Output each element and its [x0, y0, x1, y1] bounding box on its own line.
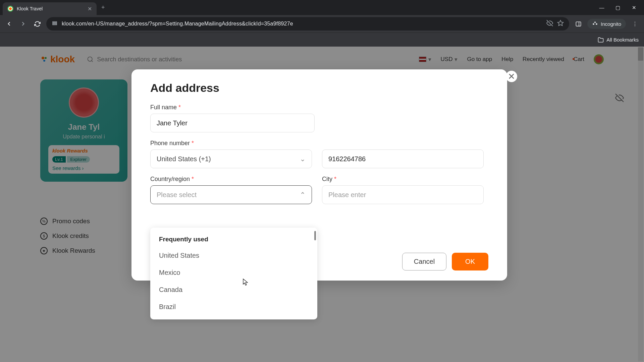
favicon-icon [7, 6, 13, 12]
svg-rect-1 [53, 23, 57, 23]
minimize-button[interactable]: — [598, 5, 605, 11]
city-label: City * [322, 176, 484, 183]
phone-number-input[interactable] [322, 149, 484, 168]
new-tab-button[interactable]: + [101, 4, 105, 11]
dropdown-option-mexico[interactable]: Mexico [150, 264, 317, 281]
svg-rect-0 [53, 22, 57, 22]
window-controls: — ▢ ✕ [598, 5, 641, 11]
url-text: klook.com/en-US/manage_address/?spm=Sett… [62, 21, 542, 27]
incognito-indicator[interactable]: Incognito [587, 19, 626, 29]
site-settings-icon[interactable] [52, 20, 58, 27]
country-dropdown: Frequently used United States Mexico Can… [150, 228, 317, 319]
full-name-label: Full name * [150, 104, 315, 111]
maximize-button[interactable]: ▢ [614, 5, 621, 11]
svg-marker-3 [558, 20, 564, 26]
cancel-button[interactable]: Cancel [402, 253, 446, 270]
forward-button[interactable] [18, 19, 28, 29]
close-window-button[interactable]: ✕ [631, 5, 637, 11]
dropdown-scrollbar[interactable] [314, 231, 316, 240]
ok-button[interactable]: OK [452, 253, 488, 270]
bookmark-star-icon[interactable] [557, 20, 564, 28]
reload-button[interactable] [32, 19, 42, 29]
dropdown-option-brazil[interactable]: Brazil [150, 298, 317, 315]
page-viewport: klook Search destinations or activities … [0, 47, 644, 362]
back-button[interactable] [4, 19, 14, 29]
country-label: Country/region * [150, 176, 312, 183]
all-bookmarks-button[interactable]: All Bookmarks [598, 37, 639, 43]
city-input[interactable] [322, 185, 484, 204]
phone-label: Phone number * [150, 140, 312, 147]
incognito-icon [592, 21, 598, 27]
modal-close-button[interactable]: ✕ [506, 71, 517, 82]
folder-icon [598, 37, 604, 43]
modal-title: Add address [150, 81, 488, 95]
dropdown-option-us[interactable]: United States [150, 247, 317, 264]
full-name-input[interactable] [150, 114, 315, 132]
country-select[interactable]: Please select ⌃ [150, 185, 312, 204]
phone-country-select[interactable]: United States (+1) ⌄ [150, 149, 312, 168]
tab-title: Klook Travel [17, 6, 84, 11]
address-bar[interactable]: klook.com/en-US/manage_address/?spm=Sett… [46, 17, 569, 31]
eye-off-icon[interactable] [546, 20, 553, 28]
bookmarks-bar: All Bookmarks [0, 33, 644, 47]
close-tab-icon[interactable]: ✕ [88, 6, 92, 12]
dropdown-header: Frequently used [150, 232, 317, 247]
chevron-down-icon: ⌄ [300, 155, 306, 163]
browser-toolbar: klook.com/en-US/manage_address/?spm=Sett… [0, 15, 644, 33]
browser-tab[interactable]: Klook Travel ✕ [3, 2, 97, 15]
chevron-up-icon: ⌃ [300, 191, 306, 199]
menu-icon[interactable]: ⋮ [630, 19, 640, 29]
browser-tab-strip: Klook Travel ✕ + — ▢ ✕ [0, 0, 644, 15]
svg-rect-4 [576, 22, 581, 26]
svg-rect-2 [53, 24, 57, 25]
dropdown-option-canada[interactable]: Canada [150, 281, 317, 298]
side-panel-icon[interactable] [573, 19, 583, 29]
